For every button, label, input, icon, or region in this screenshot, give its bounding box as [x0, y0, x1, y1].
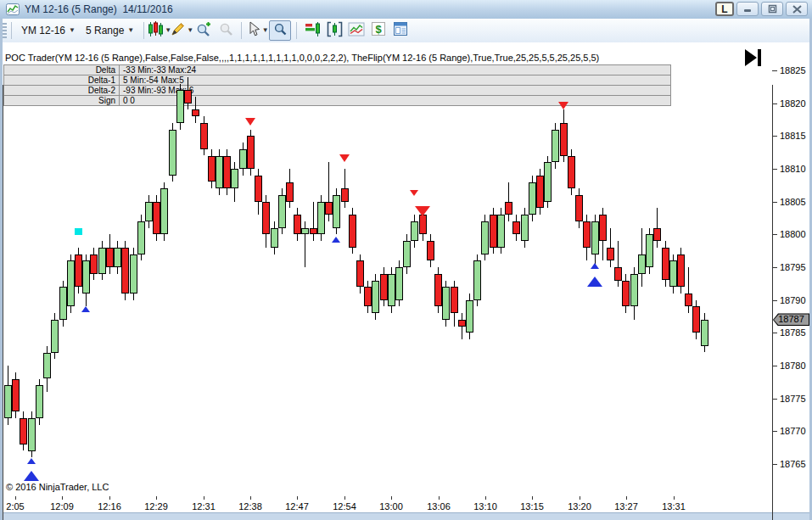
candle: [271, 228, 278, 248]
candle: [4, 385, 12, 418]
candle: [505, 202, 512, 215]
candle: [184, 90, 192, 103]
candle: [145, 202, 153, 221]
candle: [388, 274, 395, 307]
candle: [692, 306, 700, 333]
candle: [247, 136, 255, 169]
candle: [301, 228, 309, 235]
candle: [630, 274, 638, 307]
candle: [75, 254, 82, 288]
candle: [419, 215, 427, 234]
candle: [669, 260, 677, 287]
candle: [12, 379, 20, 412]
candle: [685, 294, 692, 307]
candle: [497, 215, 505, 248]
candle: [521, 215, 529, 241]
candle: [490, 215, 497, 248]
candle: [372, 281, 379, 314]
candle: [575, 195, 583, 221]
candle: [43, 353, 51, 379]
candle: [451, 287, 458, 313]
sell-signal-triangle: [245, 118, 255, 126]
candle: [90, 254, 98, 274]
candle: [82, 260, 90, 294]
candle: [200, 123, 208, 149]
candle: [153, 202, 160, 235]
candle: [176, 90, 184, 123]
buy-signal-triangle: [587, 277, 602, 287]
buy-signal-triangle: [27, 458, 36, 464]
candle: [434, 274, 442, 307]
candle: [701, 320, 708, 346]
candle: [403, 241, 411, 267]
candle: [137, 221, 145, 254]
candle: [466, 300, 473, 333]
candle: [677, 254, 685, 288]
candle: [36, 385, 43, 418]
candle: [216, 156, 223, 189]
candle: [662, 248, 669, 281]
candle: [364, 287, 372, 306]
candle: [59, 287, 67, 320]
candle: [286, 182, 294, 202]
candle: [442, 287, 450, 320]
candle: [653, 228, 661, 242]
candle: [239, 149, 247, 169]
candle: [544, 162, 552, 201]
candle: [278, 195, 286, 228]
candle: [169, 130, 176, 176]
candle: [395, 267, 403, 300]
candle: [583, 221, 591, 248]
candle: [310, 228, 317, 235]
candle: [67, 260, 75, 306]
candle: [536, 176, 544, 209]
candle: [98, 248, 106, 274]
candle: [622, 281, 630, 307]
candle: [473, 260, 481, 299]
candle: [599, 215, 607, 241]
candle: [20, 418, 27, 445]
candle: [638, 254, 646, 274]
candle: [512, 221, 520, 235]
candle: [560, 123, 568, 156]
candle: [231, 169, 238, 188]
sell-signal-triangle: [558, 102, 568, 109]
last-price-value: 18787: [774, 314, 809, 325]
candle: [646, 234, 653, 267]
candle: [160, 188, 168, 234]
buy-signal-triangle: [24, 471, 39, 481]
candle: [380, 274, 388, 300]
candle: [529, 182, 536, 215]
candle: [121, 248, 129, 294]
buy-signal-triangle: [332, 237, 340, 243]
candle: [614, 267, 622, 281]
candle: [262, 202, 270, 235]
candle: [192, 109, 199, 116]
candle: [458, 320, 466, 327]
candle: [411, 221, 418, 241]
candle: [607, 248, 614, 261]
candle: [341, 188, 349, 202]
candle: [51, 320, 59, 353]
candle: [552, 130, 559, 163]
sell-signal-triangle: [415, 206, 430, 216]
candle: [427, 241, 434, 260]
candlestick-plot[interactable]: [0, 0, 812, 520]
candle: [356, 260, 364, 287]
ninjatrader-chart-window: YM 12-16 (5 Range) 14/11/2016 L YM 12-16…: [0, 0, 812, 520]
sell-signal-triangle: [339, 154, 350, 162]
candle: [223, 156, 231, 189]
candle: [114, 248, 121, 267]
candle: [255, 176, 262, 202]
poc-square-marker: [75, 228, 82, 235]
candle: [591, 221, 599, 254]
candle-wick: [313, 202, 314, 241]
candle: [481, 221, 489, 254]
buy-signal-triangle: [591, 263, 599, 269]
candle: [568, 156, 575, 189]
sell-signal-triangle: [410, 190, 418, 196]
candle: [349, 215, 356, 248]
candle: [208, 156, 216, 182]
candle: [294, 215, 301, 234]
candle: [106, 248, 114, 267]
